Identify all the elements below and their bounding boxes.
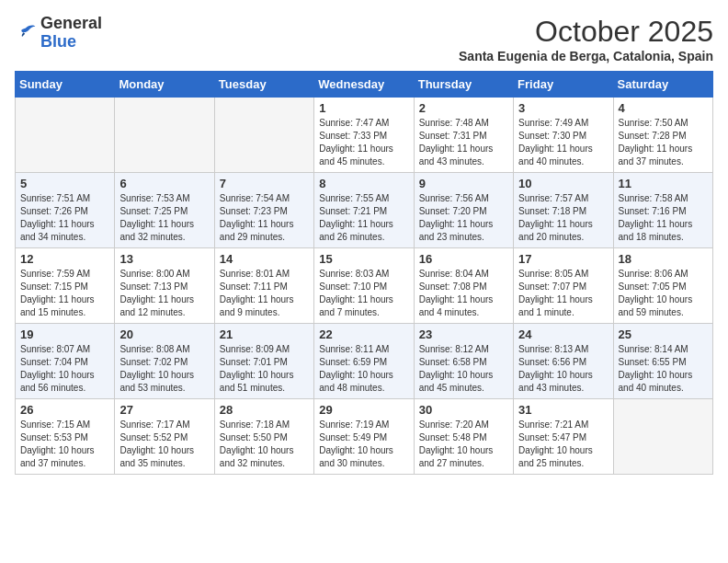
calendar-day-cell: 23Sunrise: 8:12 AM Sunset: 6:58 PM Dayli…: [414, 324, 513, 399]
day-info: Sunrise: 8:07 AM Sunset: 7:04 PM Dayligh…: [20, 343, 109, 395]
calendar-day-cell: 18Sunrise: 8:06 AM Sunset: 7:05 PM Dayli…: [613, 248, 712, 324]
day-number: 6: [119, 177, 209, 190]
day-info: Sunrise: 7:50 AM Sunset: 7:28 PM Dayligh…: [619, 117, 708, 168]
calendar-day-cell: 31Sunrise: 7:21 AM Sunset: 5:47 PM Dayli…: [514, 399, 613, 475]
day-info: Sunrise: 7:56 AM Sunset: 7:20 PM Dayligh…: [419, 192, 508, 244]
calendar-day-cell: 9Sunrise: 7:56 AM Sunset: 7:20 PM Daylig…: [414, 173, 513, 248]
logo-line1: General: [40, 15, 102, 33]
calendar-day-cell: 5Sunrise: 7:51 AM Sunset: 7:26 PM Daylig…: [16, 173, 115, 248]
day-number: 12: [20, 252, 109, 266]
calendar-week-row: 12Sunrise: 7:59 AM Sunset: 7:15 PM Dayli…: [16, 248, 713, 324]
day-info: Sunrise: 8:03 AM Sunset: 7:10 PM Dayligh…: [319, 268, 408, 319]
day-info: Sunrise: 8:08 AM Sunset: 7:02 PM Dayligh…: [119, 343, 209, 395]
day-number: 26: [20, 403, 109, 417]
day-number: 19: [20, 327, 109, 341]
page-header: General Blue October 2025 Santa Eugenia …: [15, 15, 713, 63]
day-info: Sunrise: 7:47 AM Sunset: 7:33 PM Dayligh…: [319, 117, 408, 168]
title-section: October 2025 Santa Eugenia de Berga, Cat…: [459, 15, 713, 63]
day-number: 24: [518, 327, 608, 341]
weekday-header-row: SundayMondayTuesdayWednesdayThursdayFrid…: [16, 72, 713, 98]
logo: General Blue: [15, 15, 102, 52]
day-number: 7: [220, 177, 309, 190]
calendar-day-cell: [613, 399, 712, 475]
day-info: Sunrise: 7:48 AM Sunset: 7:31 PM Dayligh…: [419, 117, 508, 168]
day-number: 13: [119, 252, 209, 266]
day-info: Sunrise: 7:17 AM Sunset: 5:52 PM Dayligh…: [119, 419, 209, 470]
header-friday: Friday: [514, 72, 613, 98]
calendar-day-cell: 16Sunrise: 8:04 AM Sunset: 7:08 PM Dayli…: [414, 248, 513, 324]
day-info: Sunrise: 7:15 AM Sunset: 5:53 PM Dayligh…: [20, 419, 109, 470]
location-subtitle: Santa Eugenia de Berga, Catalonia, Spain: [459, 49, 713, 63]
calendar-day-cell: 8Sunrise: 7:55 AM Sunset: 7:21 PM Daylig…: [314, 173, 414, 248]
calendar-day-cell: 22Sunrise: 8:11 AM Sunset: 6:59 PM Dayli…: [314, 324, 414, 399]
day-info: Sunrise: 7:57 AM Sunset: 7:18 PM Dayligh…: [518, 192, 608, 244]
calendar-day-cell: 4Sunrise: 7:50 AM Sunset: 7:28 PM Daylig…: [613, 98, 712, 173]
logo-line2: Blue: [40, 33, 102, 52]
calendar-day-cell: 11Sunrise: 7:58 AM Sunset: 7:16 PM Dayli…: [613, 173, 712, 248]
calendar-week-row: 26Sunrise: 7:15 AM Sunset: 5:53 PM Dayli…: [16, 399, 713, 475]
calendar-day-cell: [214, 98, 313, 173]
calendar-table: SundayMondayTuesdayWednesdayThursdayFrid…: [15, 71, 713, 475]
day-info: Sunrise: 7:58 AM Sunset: 7:16 PM Dayligh…: [619, 192, 708, 244]
day-number: 20: [119, 327, 209, 341]
calendar-day-cell: 19Sunrise: 8:07 AM Sunset: 7:04 PM Dayli…: [16, 324, 115, 399]
calendar-day-cell: 28Sunrise: 7:18 AM Sunset: 5:50 PM Dayli…: [214, 399, 313, 475]
day-info: Sunrise: 8:01 AM Sunset: 7:11 PM Dayligh…: [220, 268, 309, 319]
day-info: Sunrise: 7:53 AM Sunset: 7:25 PM Dayligh…: [119, 192, 209, 244]
day-info: Sunrise: 7:20 AM Sunset: 5:48 PM Dayligh…: [419, 419, 508, 470]
header-wednesday: Wednesday: [314, 72, 414, 98]
day-number: 23: [419, 327, 508, 341]
day-info: Sunrise: 7:19 AM Sunset: 5:49 PM Dayligh…: [319, 419, 408, 470]
day-number: 11: [619, 177, 708, 190]
calendar-day-cell: 24Sunrise: 8:13 AM Sunset: 6:56 PM Dayli…: [514, 324, 613, 399]
calendar-day-cell: [16, 98, 115, 173]
day-number: 8: [319, 177, 408, 190]
header-monday: Monday: [115, 72, 214, 98]
calendar-day-cell: 26Sunrise: 7:15 AM Sunset: 5:53 PM Dayli…: [16, 399, 115, 475]
day-info: Sunrise: 8:06 AM Sunset: 7:05 PM Dayligh…: [619, 268, 708, 319]
calendar-day-cell: 20Sunrise: 8:08 AM Sunset: 7:02 PM Dayli…: [115, 324, 214, 399]
calendar-day-cell: 7Sunrise: 7:54 AM Sunset: 7:23 PM Daylig…: [214, 173, 313, 248]
day-info: Sunrise: 7:55 AM Sunset: 7:21 PM Dayligh…: [319, 192, 408, 244]
calendar-day-cell: 3Sunrise: 7:49 AM Sunset: 7:30 PM Daylig…: [514, 98, 613, 173]
calendar-day-cell: 17Sunrise: 8:05 AM Sunset: 7:07 PM Dayli…: [514, 248, 613, 324]
day-number: 31: [518, 403, 608, 417]
calendar-day-cell: 15Sunrise: 8:03 AM Sunset: 7:10 PM Dayli…: [314, 248, 414, 324]
day-number: 15: [319, 252, 408, 266]
day-number: 21: [220, 327, 309, 341]
day-number: 22: [319, 327, 408, 341]
day-info: Sunrise: 8:13 AM Sunset: 6:56 PM Dayligh…: [518, 343, 608, 395]
day-number: 14: [220, 252, 309, 266]
calendar-day-cell: 14Sunrise: 8:01 AM Sunset: 7:11 PM Dayli…: [214, 248, 313, 324]
day-info: Sunrise: 8:00 AM Sunset: 7:13 PM Dayligh…: [119, 268, 209, 319]
calendar-week-row: 19Sunrise: 8:07 AM Sunset: 7:04 PM Dayli…: [16, 324, 713, 399]
day-info: Sunrise: 7:51 AM Sunset: 7:26 PM Dayligh…: [20, 192, 109, 244]
day-info: Sunrise: 8:12 AM Sunset: 6:58 PM Dayligh…: [419, 343, 508, 395]
header-tuesday: Tuesday: [214, 72, 313, 98]
day-number: 25: [619, 327, 708, 341]
calendar-day-cell: 10Sunrise: 7:57 AM Sunset: 7:18 PM Dayli…: [514, 173, 613, 248]
header-sunday: Sunday: [16, 72, 115, 98]
day-info: Sunrise: 8:09 AM Sunset: 7:01 PM Dayligh…: [220, 343, 309, 395]
day-number: 5: [20, 177, 109, 190]
calendar-day-cell: [115, 98, 214, 173]
calendar-week-row: 1Sunrise: 7:47 AM Sunset: 7:33 PM Daylig…: [16, 98, 713, 173]
calendar-day-cell: 13Sunrise: 8:00 AM Sunset: 7:13 PM Dayli…: [115, 248, 214, 324]
calendar-day-cell: 2Sunrise: 7:48 AM Sunset: 7:31 PM Daylig…: [414, 98, 513, 173]
calendar-day-cell: 27Sunrise: 7:17 AM Sunset: 5:52 PM Dayli…: [115, 399, 214, 475]
header-saturday: Saturday: [613, 72, 712, 98]
day-info: Sunrise: 7:21 AM Sunset: 5:47 PM Dayligh…: [518, 419, 608, 470]
calendar-day-cell: 30Sunrise: 7:20 AM Sunset: 5:48 PM Dayli…: [414, 399, 513, 475]
day-number: 4: [619, 101, 708, 115]
calendar-day-cell: 1Sunrise: 7:47 AM Sunset: 7:33 PM Daylig…: [314, 98, 414, 173]
logo-icon: [15, 22, 37, 44]
day-number: 16: [419, 252, 508, 266]
month-title: October 2025: [459, 15, 713, 49]
day-info: Sunrise: 8:14 AM Sunset: 6:55 PM Dayligh…: [619, 343, 708, 395]
day-number: 28: [220, 403, 309, 417]
day-info: Sunrise: 7:59 AM Sunset: 7:15 PM Dayligh…: [20, 268, 109, 319]
day-number: 18: [619, 252, 708, 266]
day-info: Sunrise: 8:04 AM Sunset: 7:08 PM Dayligh…: [419, 268, 508, 319]
calendar-day-cell: 29Sunrise: 7:19 AM Sunset: 5:49 PM Dayli…: [314, 399, 414, 475]
day-number: 27: [119, 403, 209, 417]
